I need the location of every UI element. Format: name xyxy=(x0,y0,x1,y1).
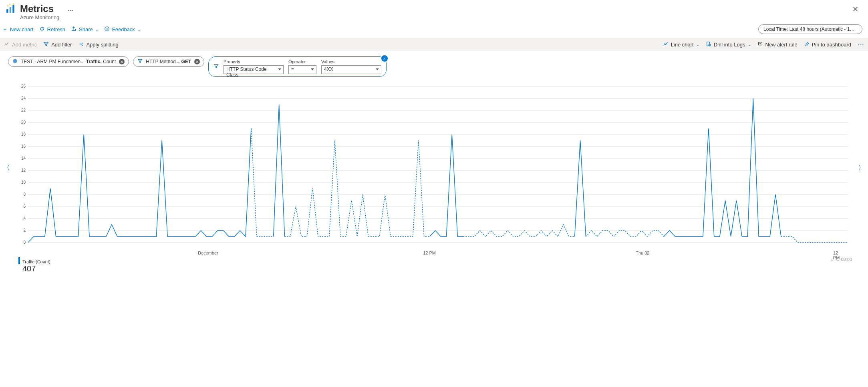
next-arrow[interactable]: 〉 xyxy=(858,162,866,173)
svg-text:4: 4 xyxy=(23,216,26,221)
x-tick-label: 12 PM xyxy=(423,251,436,255)
line-chart[interactable]: 02468101214161820222426 xyxy=(16,82,852,251)
svg-text:24: 24 xyxy=(21,96,26,100)
property-label: Property xyxy=(224,59,284,64)
x-tick-label: December xyxy=(198,251,218,255)
add-filter-button[interactable]: + Add filter xyxy=(43,41,72,48)
metric-pill[interactable]: TEST - ARM PM Fundamen... Traffic, Count… xyxy=(8,56,129,67)
feedback-button[interactable]: Feedback ⌄ xyxy=(104,26,141,33)
remove-pill-button[interactable]: ✕ xyxy=(119,59,125,64)
metrics-icon xyxy=(6,3,16,15)
svg-text:8: 8 xyxy=(23,192,26,197)
remove-pill-button[interactable]: ✕ xyxy=(194,59,200,64)
svg-point-5 xyxy=(13,4,14,5)
resource-hex-icon xyxy=(12,58,18,65)
chart-toolbar: Add metric + Add filter Apply splitting … xyxy=(0,38,868,51)
svg-point-3 xyxy=(7,5,8,6)
smiley-icon xyxy=(104,26,110,33)
svg-point-8 xyxy=(107,28,108,28)
pin-icon xyxy=(804,41,810,48)
chevron-down-icon: ⌄ xyxy=(696,42,699,47)
share-button[interactable]: Share ⌄ xyxy=(71,26,99,33)
alert-icon xyxy=(757,41,763,48)
x-tick-label: Thu 02 xyxy=(636,251,649,255)
svg-rect-2 xyxy=(12,5,14,13)
time-range-picker[interactable]: Local Time: Last 48 hours (Automatic - 1… xyxy=(758,24,862,34)
filter-editor[interactable]: Property HTTP Status Code Class Operator… xyxy=(208,56,387,77)
values-label: Values xyxy=(321,59,381,64)
prev-arrow[interactable]: 〈 xyxy=(2,162,10,173)
svg-marker-13 xyxy=(13,59,17,63)
share-icon xyxy=(71,26,77,33)
filter-pill[interactable]: HTTP Method = GET ✕ xyxy=(133,56,204,67)
page-title: Metrics xyxy=(20,3,59,14)
metric-pills-row: TEST - ARM PM Fundamen... Traffic, Count… xyxy=(0,51,868,82)
svg-text:2: 2 xyxy=(23,228,26,233)
funnel-icon xyxy=(213,63,219,70)
page-subtitle: Azure Monitoring xyxy=(20,14,59,20)
svg-point-6 xyxy=(105,26,109,31)
svg-text:18: 18 xyxy=(21,132,26,136)
close-button[interactable]: ✕ xyxy=(848,3,862,15)
chart-type-button[interactable]: Line chart ⌄ xyxy=(663,41,699,48)
svg-text:14: 14 xyxy=(21,156,26,160)
svg-text:26: 26 xyxy=(21,84,26,88)
chevron-down-icon: ⌄ xyxy=(137,27,141,32)
legend-value: 407 xyxy=(18,264,868,273)
svg-text:10: 10 xyxy=(21,180,26,184)
funnel-plus-icon: + xyxy=(43,41,49,48)
svg-rect-12 xyxy=(758,42,762,45)
legend-name: Traffic (Count) xyxy=(18,257,868,264)
svg-text:12: 12 xyxy=(21,168,26,172)
apply-splitting-button[interactable]: Apply splitting xyxy=(78,41,118,48)
x-axis-labels: December12 PMThu 0212 PM xyxy=(16,251,852,257)
utc-offset-label: UTC-08:00 xyxy=(830,257,852,262)
plus-icon: ＋ xyxy=(2,26,8,33)
values-select[interactable]: 4XX xyxy=(321,65,381,74)
svg-rect-1 xyxy=(10,7,11,13)
refresh-button[interactable]: Refresh xyxy=(39,26,66,33)
svg-text:0: 0 xyxy=(23,240,26,245)
svg-text:22: 22 xyxy=(21,108,26,112)
operator-select[interactable]: = xyxy=(288,65,316,74)
svg-text:6: 6 xyxy=(23,204,26,209)
chart-area: 〈 〉 02468101214161820222426 December12 P… xyxy=(0,82,868,257)
new-alert-button[interactable]: New alert rule xyxy=(757,41,798,48)
operator-label: Operator xyxy=(288,59,316,64)
split-icon xyxy=(78,41,84,48)
line-chart-icon xyxy=(663,41,669,48)
refresh-icon xyxy=(39,26,45,33)
funnel-icon xyxy=(137,58,143,65)
drill-logs-button[interactable]: Drill into Logs ⌄ xyxy=(706,41,751,48)
chevron-down-icon: ⌄ xyxy=(95,27,99,32)
svg-text:16: 16 xyxy=(21,144,26,148)
new-chart-button[interactable]: ＋ New chart xyxy=(2,26,34,33)
title-bar: Metrics Azure Monitoring ⋯ ✕ xyxy=(0,0,868,22)
more-button[interactable]: ⋯ xyxy=(858,41,864,48)
svg-text:+: + xyxy=(47,41,49,44)
svg-rect-0 xyxy=(6,9,8,13)
logs-icon xyxy=(706,41,711,48)
pin-button[interactable]: Pin to dashboard xyxy=(804,41,851,48)
property-select[interactable]: HTTP Status Code Class xyxy=(224,65,284,74)
metric-icon xyxy=(4,41,10,48)
svg-text:20: 20 xyxy=(21,120,26,124)
svg-point-7 xyxy=(106,28,106,28)
chevron-down-icon: ⌄ xyxy=(748,42,751,47)
add-metric-button[interactable]: Add metric xyxy=(4,41,37,48)
svg-rect-10 xyxy=(707,42,709,46)
more-icon[interactable]: ⋯ xyxy=(67,6,74,14)
svg-point-4 xyxy=(9,4,10,5)
command-bar: ＋ New chart Refresh Share ⌄ Feedback ⌄ L… xyxy=(0,22,868,38)
